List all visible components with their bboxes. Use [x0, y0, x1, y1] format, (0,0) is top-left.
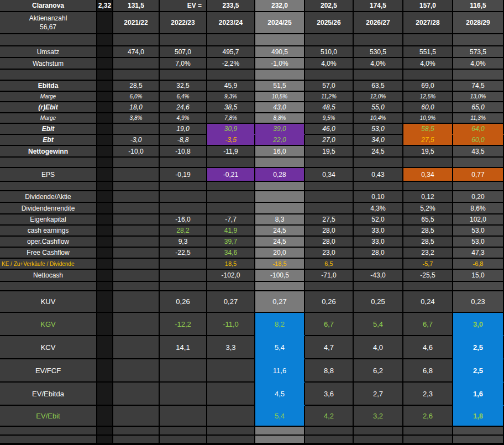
cell-ebitda-marge-2022-23[interactable]: 6,4%: [160, 92, 207, 102]
cell-oper-cashflow-label[interactable]: oper.Cashflow: [0, 237, 97, 248]
cell-spacer-5-2024-25[interactable]: [255, 282, 305, 291]
cell-ev-ebitda-2026-27[interactable]: 2,7: [354, 383, 403, 406]
cell-kcv-2021-22[interactable]: [113, 336, 160, 359]
cell-nettogewinn-2026-27[interactable]: 24,5: [354, 146, 403, 158]
cell-dividendenrendite-2023-24[interactable]: [207, 203, 255, 214]
cell-ev-ebit-price-col[interactable]: [97, 406, 113, 427]
cell-spacer-7-2024-25[interactable]: [255, 436, 305, 444]
cell-kgv-2028-29[interactable]: 3,0: [453, 313, 504, 336]
cell-kgv-2023-24[interactable]: -11,0: [207, 313, 255, 336]
cell-ebit-label[interactable]: Ebit: [0, 124, 97, 135]
cell-kcv-2022-23[interactable]: 14,1: [160, 336, 207, 359]
cell-spacer-4-2025-26[interactable]: [305, 182, 354, 191]
cell-kuv-2022-23[interactable]: 0,26: [160, 291, 207, 313]
cell-ev-fcf-2025-26[interactable]: 8,8: [305, 359, 354, 383]
cell-nettogewinn-2027-28[interactable]: 19,5: [403, 146, 453, 158]
cell-eps-2022-23[interactable]: -0,19: [160, 168, 207, 182]
cell-share-count-2021-22[interactable]: 2021/22: [113, 12, 160, 34]
cell-ev-ebitda-2022-23[interactable]: [160, 383, 207, 406]
cell-free-cashflow-price-col[interactable]: [97, 248, 113, 259]
cell-ebt-2023-24[interactable]: -3,5: [207, 135, 255, 146]
cell-dividendenrendite-2025-26[interactable]: [305, 203, 354, 214]
cell-kcv-2023-24[interactable]: 3,3: [207, 336, 255, 359]
cell-share-count-2027-28[interactable]: 2027/28: [403, 12, 453, 34]
cell-spacer-6-2025-26[interactable]: [305, 427, 354, 436]
cell-ebit-2028-29[interactable]: 64,0: [453, 124, 504, 135]
cell-spacer-3-2027-28[interactable]: [403, 158, 453, 168]
cell-rebit-marge-2025-26[interactable]: 9,5%: [305, 113, 354, 124]
cell-spacer-3-2025-26[interactable]: [305, 158, 354, 168]
cell-spacer-4-2028-29[interactable]: [453, 182, 504, 191]
cell-spacer-1-2027-28[interactable]: [403, 34, 453, 46]
cell-rebit-marge-2021-22[interactable]: 3,8%: [113, 113, 160, 124]
cell-dividende-aktie-2022-23[interactable]: [160, 191, 207, 203]
cell-rebit-price-col[interactable]: [97, 102, 113, 113]
cell-spacer-4-2021-22[interactable]: [113, 182, 160, 191]
cell-ebitda-marge-label[interactable]: Marge: [0, 92, 97, 102]
cell-nettogewinn-price-col[interactable]: [97, 146, 113, 158]
cell-dividendenrendite-2027-28[interactable]: 5,2%: [403, 203, 453, 214]
cell-share-count-2024-25[interactable]: 2024/25: [255, 12, 305, 34]
cell-rebit-marge-2027-28[interactable]: 10,9%: [403, 113, 453, 124]
cell-free-cashflow-2021-22[interactable]: [113, 248, 160, 259]
cell-ebitda-2027-28[interactable]: 69,0: [403, 81, 453, 92]
cell-ebt-2027-28[interactable]: 27,5: [403, 135, 453, 146]
cell-share-count-2026-27[interactable]: 2026/27: [354, 12, 403, 34]
cell-ebitda-marge-price-col[interactable]: [97, 92, 113, 102]
cell-ev-ebitda-price-col[interactable]: [97, 383, 113, 406]
cell-rebit-2021-22[interactable]: 18,0: [113, 102, 160, 113]
cell-oper-cashflow-2024-25[interactable]: 24,5: [255, 237, 305, 248]
cell-spacer-3-2021-22[interactable]: [113, 158, 160, 168]
cell-ebit-2027-28[interactable]: 58,5: [403, 124, 453, 135]
cell-spacer-1-2028-29[interactable]: [453, 34, 504, 46]
cell-spacer-3-2024-25[interactable]: [255, 158, 305, 168]
cell-ev-ebit-2021-22[interactable]: [113, 406, 160, 427]
cell-ebitda-marge-2026-27[interactable]: 12,0%: [354, 92, 403, 102]
cell-kcv-2027-28[interactable]: 4,6: [403, 336, 453, 359]
cell-eps-2028-29[interactable]: 0,77: [453, 168, 504, 182]
cell-spacer-6-2027-28[interactable]: [403, 427, 453, 436]
cell-header-2027-28[interactable]: 157,0: [403, 0, 453, 12]
cell-spacer-6-2026-27[interactable]: [354, 427, 403, 436]
cell-ebit-2024-25[interactable]: 39,0: [255, 124, 305, 135]
cell-dividende-aktie-2027-28[interactable]: 0,12: [403, 191, 453, 203]
cell-oper-cashflow-price-col[interactable]: [97, 237, 113, 248]
cell-ev-ebit-2028-29[interactable]: 1,8: [453, 406, 504, 427]
cell-cash-earnings-2022-23[interactable]: 28,2: [160, 226, 207, 237]
cell-eigenkapital-2025-26[interactable]: 27,5: [305, 214, 354, 226]
cell-rebit-2027-28[interactable]: 60,0: [403, 102, 453, 113]
cell-spacer-6-2021-22[interactable]: [113, 427, 160, 436]
cell-dividende-aktie-price-col[interactable]: [97, 191, 113, 203]
cell-oper-cashflow-2028-29[interactable]: 53,0: [453, 237, 504, 248]
cell-spacer-2-2021-22[interactable]: [113, 70, 160, 81]
cell-nettocash-2026-27[interactable]: -43,0: [354, 270, 403, 282]
cell-dividende-aktie-2026-27[interactable]: 0,10: [354, 191, 403, 203]
cell-ebitda-2028-29[interactable]: 74,5: [453, 81, 504, 92]
cell-kcv-price-col[interactable]: [97, 336, 113, 359]
cell-nettogewinn-2022-23[interactable]: -10,8: [160, 146, 207, 158]
cell-ebitda-2022-23[interactable]: 32,5: [160, 81, 207, 92]
cell-header-2026-27[interactable]: 174,5: [354, 0, 403, 12]
cell-ebitda-2021-22[interactable]: 28,5: [113, 81, 160, 92]
cell-header-2023-24[interactable]: 233,5: [207, 0, 255, 12]
cell-header-price-col[interactable]: 2,32: [97, 0, 113, 12]
cell-rebit-label[interactable]: (r)Ebit: [0, 102, 97, 113]
cell-eps-2024-25[interactable]: 0,28: [255, 168, 305, 182]
cell-oper-cashflow-2025-26[interactable]: 28,0: [305, 237, 354, 248]
cell-header-2024-25[interactable]: 232,0: [255, 0, 305, 12]
cell-kgv-label[interactable]: KGV: [0, 313, 97, 336]
cell-eigenkapital-price-col[interactable]: [97, 214, 113, 226]
cell-umsatz-2025-26[interactable]: 510,0: [305, 46, 354, 58]
cell-dividendenrendite-label[interactable]: Dividendenrendite: [0, 203, 97, 214]
cell-header-2022-23[interactable]: EV =: [160, 0, 207, 12]
cell-kcv-2028-29[interactable]: 2,5: [453, 336, 504, 359]
cell-umsatz-2028-29[interactable]: 573,5: [453, 46, 504, 58]
cell-kgv-price-col[interactable]: [97, 313, 113, 336]
cell-spacer-6-2028-29[interactable]: [453, 427, 504, 436]
cell-oper-cashflow-2026-27[interactable]: 33,0: [354, 237, 403, 248]
cell-ebt-2028-29[interactable]: 60,0: [453, 135, 504, 146]
cell-kuv-2024-25[interactable]: 0,27: [255, 291, 305, 313]
cell-ev-ebit-2025-26[interactable]: 4,2: [305, 406, 354, 427]
cell-spacer-3-2023-24[interactable]: [207, 158, 255, 168]
cell-umsatz-2021-22[interactable]: 474,0: [113, 46, 160, 58]
